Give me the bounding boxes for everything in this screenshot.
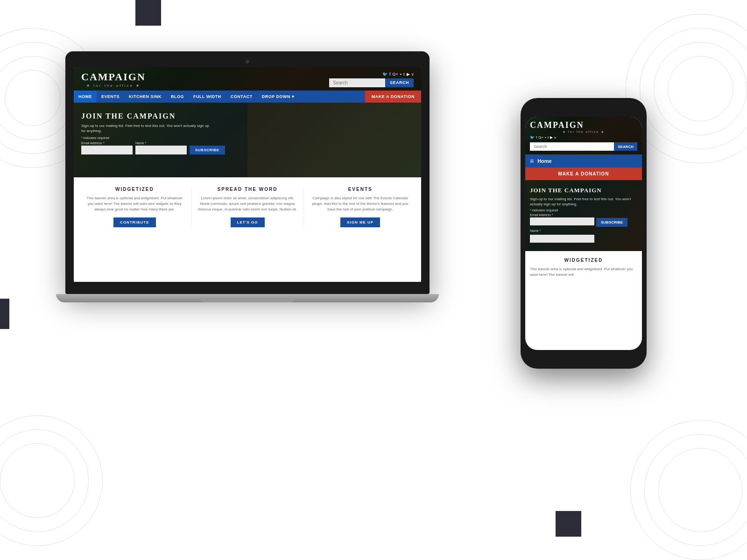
phone-email-input[interactable] xyxy=(530,217,594,225)
phone-email-row: SUBSCRIBE xyxy=(530,217,637,227)
site-header-top: CAMPAIGN ★ for the office ★ 🐦 f G+ ▪ t ▶… xyxy=(74,67,421,91)
site-logo-area: CAMPAIGN ★ for the office ★ xyxy=(81,71,146,88)
phone-hero-subtitle: Sign-up to our mailing list. Feel free t… xyxy=(530,196,637,207)
laptop-base xyxy=(56,294,439,302)
phone-subscribe-button[interactable]: SUBSCRIBE xyxy=(596,218,627,227)
site-logo-sub: ★ for the office ★ xyxy=(81,84,146,88)
phone-nav-bar: ≡ Home xyxy=(525,154,642,168)
laptop-screen: CAMPAIGN ★ for the office ★ 🐦 f G+ ▪ t ▶… xyxy=(74,67,421,282)
vimeo-icon[interactable]: v xyxy=(412,72,414,77)
col-events-title: EVENTS xyxy=(310,187,410,192)
nav-events[interactable]: EVENTS xyxy=(97,91,124,103)
deco-circle xyxy=(644,434,747,546)
deco-circle xyxy=(0,56,75,140)
col-widgetized-title: WIDGETIZED xyxy=(85,187,184,192)
email-group: Email Address * xyxy=(81,141,133,154)
site-logo: CAMPAIGN xyxy=(81,71,146,83)
deco-circle xyxy=(640,28,747,149)
col-spread-title: SPREAD THE WORD xyxy=(198,187,297,192)
col-spread: SPREAD THE WORD Lorem ipsum dolor sit am… xyxy=(191,187,304,227)
phone-search-row: SEARCH xyxy=(530,142,637,151)
site-nav: HOME EVENTS KITCHEN SINK BLOG FULL WIDTH… xyxy=(74,91,421,103)
deco-circle xyxy=(0,415,103,546)
phone-hero: JOIN THE CAMPAIGN Sign-up to our mailing… xyxy=(525,180,642,251)
nav-home[interactable]: HOME xyxy=(74,91,97,103)
phone-facebook-icon[interactable]: f xyxy=(536,135,537,140)
tumblr-icon[interactable]: t xyxy=(403,72,405,77)
nav-full-width[interactable]: FULL WIDTH xyxy=(189,91,226,103)
email-input[interactable] xyxy=(81,146,133,154)
nav-contact[interactable]: CONTACT xyxy=(226,91,257,103)
phone-widgetized: WIDGETIZED This banner area is optional … xyxy=(525,251,642,284)
col-spread-text: Lorem ipsum dolor sit amet, consectetuer… xyxy=(198,196,297,212)
nav-items: HOME EVENTS KITCHEN SINK BLOG FULL WIDTH… xyxy=(74,91,365,103)
lets-go-button[interactable]: LET'S GO xyxy=(231,217,265,227)
hero-image-area xyxy=(247,103,421,177)
phone-notch xyxy=(565,105,602,114)
col-widgetized-text: This banner area is optional and widgeti… xyxy=(85,196,184,212)
col-widgetized: WIDGETIZED This banner area is optional … xyxy=(78,187,191,227)
square-icon[interactable]: ▪ xyxy=(400,72,402,77)
phone-site-header: CAMPAIGN ★ for the office ★ 🐦 f G+ ▪ t ▶… xyxy=(525,117,642,154)
phone-email-label: Email Address * xyxy=(530,213,637,217)
col-events-text: Campaign is also styled for use with The… xyxy=(310,196,410,212)
deco-circle xyxy=(0,443,75,518)
nav-blog[interactable]: BLOG xyxy=(166,91,189,103)
name-group: Name * xyxy=(135,141,187,154)
googleplus-icon[interactable]: G+ xyxy=(393,72,398,77)
donate-button[interactable]: MAKE A DONATION xyxy=(365,91,421,103)
deco-circle xyxy=(654,42,747,135)
deco-circle xyxy=(5,70,61,126)
twitter-icon[interactable]: 🐦 xyxy=(382,72,388,77)
corner-rect-left xyxy=(0,299,9,329)
site-header: CAMPAIGN ★ for the office ★ 🐦 f G+ ▪ t ▶… xyxy=(74,67,421,103)
phone-outer: CAMPAIGN ★ for the office ★ 🐦 f G+ ▪ t ▶… xyxy=(521,98,647,369)
laptop-mockup: CAMPAIGN ★ for the office ★ 🐦 f G+ ▪ t ▶… xyxy=(65,51,439,302)
col-events: EVENTS Campaign is also styled for use w… xyxy=(304,187,416,227)
phone-search-button[interactable]: SEARCH xyxy=(614,142,637,151)
name-label: Name * xyxy=(135,141,187,145)
phone-tumblr-icon[interactable]: t xyxy=(548,135,549,140)
phone-twitter-icon[interactable]: 🐦 xyxy=(530,135,535,140)
phone-mockup: CAMPAIGN ★ for the office ★ 🐦 f G+ ▪ t ▶… xyxy=(521,98,647,369)
phone-widgetized-text: This banner area is optional and widgeti… xyxy=(530,266,637,278)
nav-dropdown[interactable]: DROP DOWN ▾ xyxy=(257,91,299,103)
email-label: Email Address * xyxy=(81,141,133,145)
three-columns: WIDGETIZED This banner area is optional … xyxy=(74,177,421,237)
hero-required-note: * indicates required xyxy=(81,136,221,140)
phone-hero-title: JOIN THE CAMPAIGN xyxy=(530,187,637,194)
corner-rect-bottom xyxy=(556,511,581,537)
hero-form: Email Address * Name * SUBSCRIBE xyxy=(81,141,221,154)
laptop-screen-outer: CAMPAIGN ★ for the office ★ 🐦 f G+ ▪ t ▶… xyxy=(65,51,430,294)
phone-donate-button[interactable]: MAKE A DONATION xyxy=(525,168,642,180)
deco-circle xyxy=(668,56,733,121)
youtube-icon[interactable]: ▶ xyxy=(407,72,410,77)
phone-name-label: Name * xyxy=(530,229,637,232)
phone-hero-required: * indicates required xyxy=(530,209,637,212)
phone-square-icon[interactable]: ▪ xyxy=(545,135,546,140)
phone-gplus-icon[interactable]: G+ xyxy=(538,135,543,140)
phone-logo: CAMPAIGN xyxy=(530,120,637,130)
phone-name-input[interactable] xyxy=(530,235,594,243)
deco-circle xyxy=(630,420,747,560)
sign-me-up-button[interactable]: SIGN ME UP xyxy=(340,217,380,227)
name-input[interactable] xyxy=(135,146,187,154)
nav-kitchen-sink[interactable]: KITCHEN SINK xyxy=(124,91,166,103)
subscribe-button[interactable]: SUBSCRIBE xyxy=(190,146,225,154)
phone-nav-home[interactable]: Home xyxy=(537,158,552,164)
search-input[interactable] xyxy=(329,78,385,87)
hero-title: JOIN THE CAMPAIGN xyxy=(81,112,221,120)
phone-vimeo-icon[interactable]: v xyxy=(554,135,556,140)
facebook-icon[interactable]: f xyxy=(389,72,391,77)
phone-social: 🐦 f G+ ▪ t ▶ v xyxy=(530,135,637,140)
contribute-button[interactable]: CONTRIBUTE xyxy=(113,217,155,227)
search-button[interactable]: SEARCH xyxy=(385,78,414,87)
header-right: 🐦 f G+ ▪ t ▶ v SEARCH xyxy=(329,72,414,87)
hamburger-icon[interactable]: ≡ xyxy=(530,157,534,165)
phone-widgetized-title: WIDGETIZED xyxy=(530,258,637,263)
phone-yt-icon[interactable]: ▶ xyxy=(550,135,553,140)
corner-rect-top xyxy=(135,0,161,26)
phone-search-input[interactable] xyxy=(530,142,614,151)
phone-logo-sub: ★ for the office ★ xyxy=(530,130,637,134)
deco-circle xyxy=(658,448,742,532)
